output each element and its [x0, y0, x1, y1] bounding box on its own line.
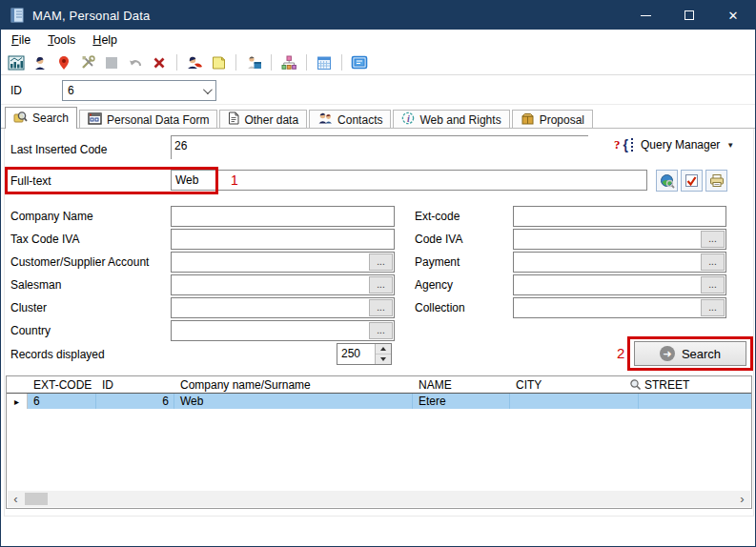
customer-supplier-account-browse-button[interactable]: ...	[369, 253, 393, 271]
ext-code-label: Ext-code	[413, 210, 513, 223]
fulltext-input[interactable]	[171, 170, 647, 191]
menu-tools[interactable]: Tools	[39, 30, 84, 50]
tab-proposal[interactable]: Proposal	[512, 110, 593, 129]
id-combobox[interactable]: 6	[62, 80, 216, 101]
tax-code-iva-input[interactable]	[171, 229, 395, 250]
validate-checkbox-button[interactable]	[681, 170, 703, 192]
spinner-down-icon	[380, 357, 386, 361]
collection-input[interactable]: ...	[513, 297, 726, 318]
print-button[interactable]	[705, 170, 727, 192]
tab-strip: Search Personal Data Form Other data Con…	[1, 106, 755, 129]
undo-icon[interactable]	[126, 53, 145, 72]
records-displayed-spinner[interactable]: 250	[337, 343, 392, 365]
tab-label: Proposal	[540, 113, 584, 127]
tab-label: Other data	[244, 113, 298, 127]
payment-input[interactable]: ...	[513, 252, 726, 273]
country-label: Country	[9, 324, 171, 337]
tab-search[interactable]: Search	[5, 107, 77, 129]
query-manager-dots-icon	[631, 138, 633, 152]
calendar-icon[interactable]	[315, 53, 334, 72]
menu-help[interactable]: Help	[84, 30, 126, 50]
agency-input[interactable]: ...	[513, 274, 726, 295]
scroll-left-button[interactable]: ‹	[8, 491, 24, 507]
search-button-label: Search	[682, 347, 721, 361]
last-inserted-code-field[interactable]: 26	[171, 135, 588, 159]
app-window: MAM, Personal Data ✕ File Tools Help ID	[0, 0, 756, 547]
cell-ext-code: 6	[28, 394, 96, 409]
code-iva-browse-button[interactable]: ...	[701, 231, 725, 248]
column-header-street[interactable]: STREET	[629, 378, 751, 392]
cell-street	[639, 394, 751, 409]
column-header-id[interactable]: ID	[96, 378, 174, 392]
column-header-ext-code[interactable]: EXT-CODE	[28, 378, 96, 392]
search-button[interactable]: ➜ Search	[634, 341, 746, 366]
payment-browse-button[interactable]: ...	[701, 253, 725, 271]
tax-code-iva-label: Tax Code IVA	[9, 233, 171, 246]
scroll-right-button[interactable]: ›	[734, 491, 750, 507]
location-pin-icon[interactable]	[54, 53, 73, 72]
tab-label: Search	[32, 111, 69, 125]
query-manager-label: Query Manager	[638, 138, 724, 152]
query-manager-button[interactable]: ? { Query Manager ▼	[614, 137, 734, 152]
worker-box-icon[interactable]	[244, 53, 263, 72]
cell-id: 6	[96, 394, 174, 409]
results-table: EXT-CODE ID Company name/Surname NAME CI…	[6, 375, 752, 509]
records-displayed-label: Records displayed	[10, 348, 105, 361]
delete-icon[interactable]	[150, 53, 169, 72]
chart-icon[interactable]	[7, 53, 26, 72]
menubar: File Tools Help	[1, 30, 755, 51]
collection-browse-button[interactable]: ...	[701, 299, 725, 316]
cluster-input[interactable]: ...	[171, 297, 395, 318]
column-header-company[interactable]: Company name/Surname	[174, 378, 413, 392]
form-tab-icon	[88, 112, 102, 128]
company-name-label: Company Name	[9, 210, 171, 223]
tools-icon[interactable]	[78, 53, 97, 72]
web-search-button[interactable]	[656, 170, 678, 192]
country-input[interactable]: ...	[171, 320, 395, 341]
org-chart-icon[interactable]	[279, 53, 298, 72]
monitor-icon[interactable]	[350, 53, 369, 72]
company-name-input[interactable]	[171, 206, 395, 227]
id-combobox-dropdown-button[interactable]	[196, 81, 215, 100]
column-header-city[interactable]: CITY	[510, 378, 639, 392]
close-button[interactable]: ✕	[711, 1, 755, 30]
table-row[interactable]: ▸ 6 6 Web Etere	[7, 394, 751, 409]
tab-contacts[interactable]: Contacts	[309, 110, 391, 129]
row-selector-cell[interactable]: ▸	[7, 394, 28, 409]
ext-code-input[interactable]	[513, 206, 726, 227]
placeholder-square-icon[interactable]	[102, 53, 121, 72]
spinner-down-button[interactable]	[376, 355, 391, 364]
document-tab-icon	[228, 111, 239, 128]
id-row: ID 6	[1, 76, 755, 105]
titlebar: MAM, Personal Data ✕	[1, 1, 755, 30]
svg-text:i: i	[407, 113, 410, 124]
package-tab-icon	[521, 112, 535, 128]
tab-other-data[interactable]: Other data	[219, 110, 307, 129]
note-icon[interactable]	[209, 53, 228, 72]
person-badge-icon[interactable]	[185, 53, 204, 72]
maximize-button[interactable]	[667, 1, 711, 30]
id-combobox-value: 6	[63, 84, 196, 97]
salesman-browse-button[interactable]: ...	[369, 276, 393, 294]
minimize-button[interactable]	[623, 1, 667, 30]
cell-city	[510, 394, 639, 409]
street-header-label: STREET	[644, 378, 689, 392]
tab-personal-data-form[interactable]: Personal Data Form	[79, 110, 217, 129]
agency-browse-button[interactable]: ...	[701, 276, 725, 294]
scrollbar-thumb[interactable]	[25, 493, 48, 505]
magnifier-icon	[629, 378, 642, 391]
cluster-browse-button[interactable]: ...	[369, 299, 393, 316]
spinner-up-button[interactable]	[376, 344, 391, 355]
menu-file[interactable]: File	[3, 30, 39, 50]
annotation-number-1: 1	[231, 172, 238, 188]
row-marker-icon: ▸	[14, 396, 19, 407]
tab-web-and-rights[interactable]: i Web and Rights	[393, 110, 509, 129]
code-iva-input[interactable]: ...	[513, 229, 726, 250]
contacts-tab-icon	[317, 111, 333, 128]
customer-supplier-account-input[interactable]: ...	[171, 252, 395, 273]
column-header-name[interactable]: NAME	[413, 378, 510, 392]
country-browse-button[interactable]: ...	[369, 322, 393, 339]
horizontal-scrollbar[interactable]: ‹ ›	[8, 491, 750, 507]
salesman-input[interactable]: ...	[171, 274, 395, 295]
person-icon[interactable]	[31, 53, 50, 72]
